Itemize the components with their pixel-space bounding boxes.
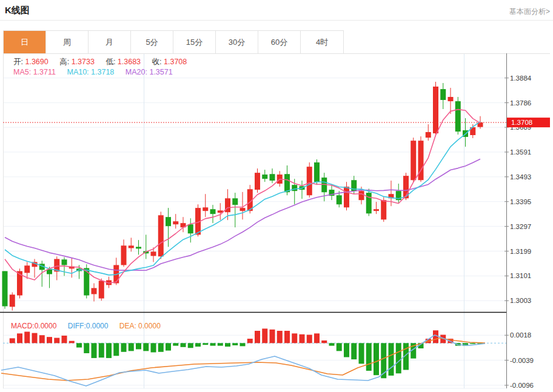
tab-5min[interactable]: 5分	[131, 31, 173, 53]
macd-bar	[32, 333, 38, 344]
high-value: 1.3733	[72, 58, 95, 66]
axis-tick-label: 1.3884	[510, 75, 532, 82]
tab-month[interactable]: 月	[89, 31, 131, 53]
axis-tick-label: 1.3591	[510, 148, 531, 156]
macd-legend: MACD:0.0000 DIFF:0.0000 DEA: 0.0000	[11, 322, 170, 330]
axis-tick-label: 1.3297	[510, 223, 531, 230]
axis-tick-label: 1.3003	[510, 297, 531, 304]
candle	[411, 138, 416, 182]
macd-bar	[210, 343, 216, 345]
macd-bar	[129, 343, 134, 351]
candle	[113, 257, 119, 285]
macd-bar	[321, 341, 327, 343]
candle	[92, 284, 97, 302]
macd-bar	[173, 343, 178, 345]
tab-15min[interactable]: 15分	[173, 31, 216, 53]
diff-value: DIFF:0.0000	[68, 322, 109, 330]
macd-bar	[262, 328, 267, 343]
candle	[121, 239, 127, 267]
dea-value: DEA: 0.0000	[119, 322, 161, 330]
axis-tick-label: 1.3101	[510, 272, 531, 279]
open-value: 1.3690	[25, 58, 48, 66]
candle	[10, 293, 15, 311]
macd-bar	[225, 343, 230, 347]
macd-bar	[113, 343, 119, 356]
macd-bar	[300, 334, 305, 343]
candle	[84, 264, 89, 298]
macd-bar	[337, 343, 342, 351]
candle	[314, 159, 320, 185]
candle	[218, 203, 223, 220]
macd-bar	[54, 338, 59, 344]
macd-bar	[166, 343, 171, 350]
current-price-tag: 1.3708	[507, 118, 550, 127]
candle	[300, 181, 305, 199]
macd-bar	[62, 336, 67, 343]
high-label: 高:	[59, 58, 69, 66]
macd-bar	[151, 343, 156, 352]
candle	[99, 279, 104, 301]
axis-tick-label: 0.0018	[510, 331, 531, 339]
axis-tick-label: 1.3395	[510, 198, 531, 205]
candle	[232, 193, 238, 227]
macd-bar	[203, 343, 208, 345]
candle	[188, 218, 193, 242]
candle	[448, 88, 454, 114]
macd-bar	[255, 331, 260, 343]
candle	[262, 170, 267, 182]
candle	[69, 257, 75, 277]
candle	[329, 185, 335, 200]
macd-bar	[99, 343, 104, 357]
tab-week[interactable]: 周	[46, 31, 89, 53]
macd-bar	[344, 343, 349, 357]
macd-bar	[10, 338, 15, 343]
candle	[440, 83, 446, 109]
macd-bar	[84, 343, 89, 353]
macd-bar	[76, 343, 82, 347]
macd-bar	[351, 343, 357, 359]
candle	[158, 211, 164, 259]
macd-value: MACD:0.0000	[11, 322, 56, 330]
axis-tick-label: 1.3493	[510, 173, 531, 181]
macd-bar	[292, 333, 297, 343]
axis-tick-label: 1.3199	[510, 248, 531, 255]
low-value: 1.3683	[118, 58, 141, 66]
macd-bar	[188, 343, 193, 348]
low-label: 低:	[106, 58, 115, 66]
macd-bar	[17, 333, 22, 343]
macd-bar	[143, 343, 149, 351]
candle	[39, 261, 45, 287]
fundamental-analysis-link[interactable]: 基本面分析>	[509, 7, 550, 17]
candle	[136, 240, 141, 254]
tab-4hour[interactable]: 4时	[301, 31, 343, 53]
macd-bar	[284, 331, 290, 343]
candle	[181, 217, 186, 232]
candle	[455, 97, 461, 135]
axis-tick-label: -0.0039	[510, 357, 534, 364]
close-value: 1.3708	[164, 58, 187, 66]
macd-bar	[136, 343, 141, 349]
candle	[270, 168, 275, 183]
macd-bar	[396, 343, 401, 373]
macd-bar	[195, 343, 201, 347]
candle	[307, 162, 312, 198]
current-price-tag-label: 1.3708	[511, 119, 532, 126]
macd-bar	[218, 343, 223, 345]
candle	[2, 271, 8, 308]
candle	[418, 136, 424, 182]
macd-bar	[389, 343, 394, 376]
macd-bar	[232, 343, 238, 345]
page-title: K线图	[5, 5, 30, 16]
candle	[166, 208, 171, 247]
open-label: 开:	[13, 58, 23, 66]
macd-bar	[39, 335, 45, 343]
tab-60min[interactable]: 60分	[258, 31, 301, 53]
macd-bar	[158, 343, 164, 351]
macd-bar	[270, 330, 275, 343]
candle	[255, 168, 260, 193]
tab-day[interactable]: 日	[4, 31, 46, 53]
candle	[426, 124, 431, 141]
tab-30min[interactable]: 30分	[216, 31, 258, 53]
ma20-label: MA20:	[126, 68, 147, 76]
grid-layer	[3, 53, 550, 388]
